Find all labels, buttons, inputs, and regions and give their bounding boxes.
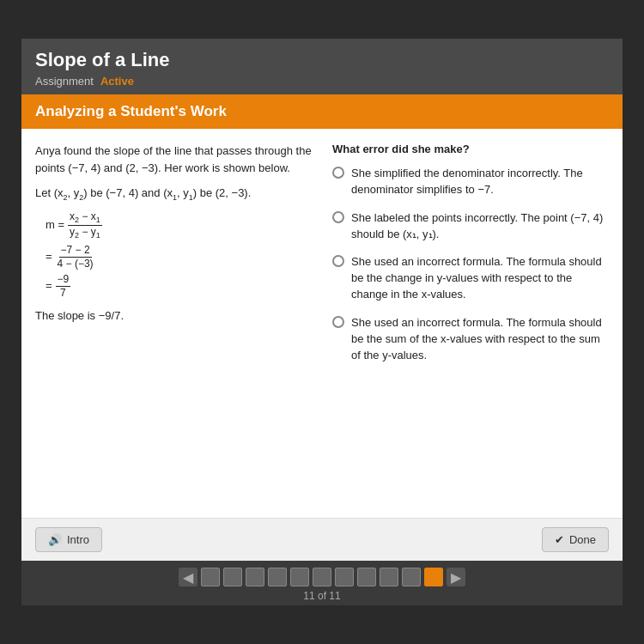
tile-8[interactable] (357, 568, 376, 586)
intro-text: Anya found the slope of the line that pa… (35, 143, 312, 176)
main-content: Anya found the slope of the line that pa… (21, 129, 623, 518)
option-3-text: She used an incorrect formula. The formu… (351, 254, 609, 303)
next-arrow[interactable]: ▶ (447, 568, 465, 586)
radio-3[interactable] (332, 255, 344, 267)
math-line-2: = −7 − 2 4 − (−3) (46, 244, 312, 270)
done-button[interactable]: ✔ Done (542, 527, 609, 552)
option-1-text: She simplified the denominator incorrect… (351, 166, 609, 198)
section-heading: Analyzing a Student's Work (35, 103, 227, 119)
option-4[interactable]: She used an incorrect formula. The formu… (332, 315, 609, 364)
left-panel: Anya found the slope of the line that pa… (35, 143, 312, 504)
m-equals: m = (46, 215, 64, 236)
nav-tiles: ◀ ▶ (179, 568, 465, 586)
slope-conclusion: The slope is −9/7. (35, 309, 312, 322)
fraction-3: −9 7 (56, 273, 71, 299)
tile-11[interactable] (424, 568, 443, 586)
math-block: m = x2 − x1 y2 − y1 = −7 − 2 4 − (−3) (46, 210, 312, 299)
fraction-1: x2 − x1 y2 − y1 (68, 210, 102, 240)
equals-2: = (46, 246, 52, 268)
tile-4[interactable] (268, 568, 287, 586)
intro-label: Intro (67, 533, 89, 546)
tile-3[interactable] (246, 568, 264, 586)
tile-2[interactable] (223, 568, 242, 586)
option-2[interactable]: She labeled the points incorrectly. The … (332, 210, 609, 243)
check-icon: ✔ (555, 533, 564, 546)
option-1[interactable]: She simplified the denominator incorrect… (332, 166, 609, 198)
tab-active[interactable]: Active (100, 75, 134, 88)
speaker-icon: 🔊 (48, 533, 62, 546)
screen: Slope of a Line Assignment Active Analyz… (21, 39, 623, 605)
tile-7[interactable] (335, 568, 354, 586)
intro-button[interactable]: 🔊 Intro (35, 527, 102, 552)
option-3[interactable]: She used an incorrect formula. The formu… (332, 254, 609, 303)
nav-tabs: Assignment Active (35, 75, 609, 88)
bottom-bar: 🔊 Intro ✔ Done (21, 518, 623, 561)
top-bar: Slope of a Line Assignment Active (21, 39, 623, 94)
nav-bottom: ◀ ▶ 11 of 11 (21, 561, 623, 605)
tile-9[interactable] (380, 568, 398, 586)
page-title: Slope of a Line (35, 49, 609, 71)
tile-5[interactable] (290, 568, 309, 586)
radio-2[interactable] (332, 211, 344, 223)
right-panel: What error did she make? She simplified … (332, 143, 609, 504)
option-4-text: She used an incorrect formula. The formu… (351, 315, 609, 364)
radio-4[interactable] (332, 316, 344, 328)
page-indicator: 11 of 11 (303, 590, 340, 602)
math-line-1: m = x2 − x1 y2 − y1 (46, 210, 312, 240)
radio-1[interactable] (332, 167, 344, 179)
section-header: Analyzing a Student's Work (21, 94, 623, 129)
done-label: Done (569, 533, 596, 546)
option-2-text: She labeled the points incorrectly. The … (351, 210, 609, 243)
tab-assignment[interactable]: Assignment (35, 75, 94, 88)
tile-1[interactable] (201, 568, 220, 586)
prev-arrow[interactable]: ◀ (179, 568, 197, 586)
tile-10[interactable] (402, 568, 421, 586)
fraction-2: −7 − 2 4 − (−3) (56, 244, 95, 270)
tile-6[interactable] (313, 568, 331, 586)
content-area: Analyzing a Student's Work Anya found th… (21, 94, 623, 561)
equals-3: = (46, 276, 52, 297)
question-text: What error did she make? (332, 143, 609, 155)
let-text: Let (x2, y2) be (−7, 4) and (x1, y1) be … (35, 185, 312, 204)
math-line-3: = −9 7 (46, 273, 312, 299)
